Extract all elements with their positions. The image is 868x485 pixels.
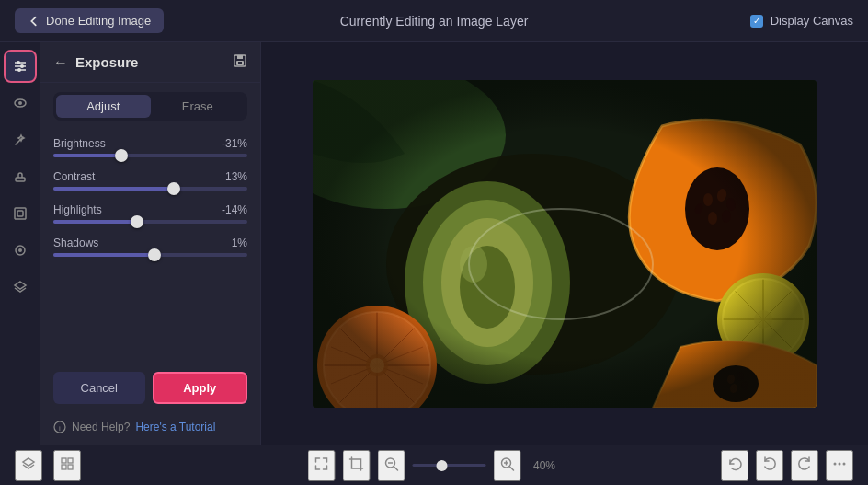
main-area: ← Exposure Adjust Erase (0, 42, 868, 445)
help-link[interactable]: Here's a Tutorial (135, 421, 215, 433)
brightness-slider-row: Brightness -31% (53, 137, 247, 157)
contrast-label: Contrast (53, 170, 95, 183)
brightness-fill (53, 154, 121, 157)
svg-text:i: i (59, 424, 61, 433)
shadows-fill (53, 253, 154, 257)
svg-line-67 (394, 467, 398, 470)
svg-rect-16 (238, 62, 242, 64)
display-canvas-label: Display Canvas (771, 14, 853, 28)
rotate-left-button[interactable] (721, 450, 748, 481)
svg-rect-62 (68, 458, 73, 463)
svg-point-74 (843, 462, 846, 465)
layers-bottom-icon (20, 456, 37, 472)
zoom-in-icon (499, 456, 516, 472)
panel-header: ← Exposure (40, 42, 260, 83)
effects-icon-btn[interactable] (4, 234, 37, 267)
contrast-fill (53, 187, 174, 191)
zoom-out-button[interactable] (378, 450, 405, 481)
zoom-slider-thumb[interactable] (437, 460, 448, 471)
adjustments-icon-btn[interactable] (4, 50, 37, 83)
undo-button[interactable] (756, 450, 783, 481)
bottom-bar: 40% (0, 445, 868, 485)
frame-icon-btn[interactable] (4, 197, 37, 230)
expand-button[interactable] (308, 450, 336, 481)
more-options-button[interactable] (826, 450, 853, 481)
save-preset-button[interactable] (233, 53, 247, 71)
contrast-thumb[interactable] (167, 182, 180, 195)
icon-sidebar (0, 42, 40, 445)
zoom-in-button[interactable] (494, 450, 521, 481)
zoom-slider[interactable] (413, 464, 486, 467)
bottom-right-icons (721, 450, 853, 481)
svg-point-5 (17, 68, 21, 72)
svg-point-73 (839, 462, 841, 465)
stamp-icon (12, 168, 29, 185)
back-button[interactable]: ← (53, 54, 68, 71)
info-icon: i (53, 421, 66, 433)
display-canvas-checkbox[interactable] (750, 15, 763, 28)
cancel-button[interactable]: Cancel (53, 372, 145, 404)
fruit-image-svg (313, 80, 817, 408)
svg-rect-61 (62, 458, 66, 463)
done-editing-button[interactable]: Done Editing Image (15, 8, 164, 33)
shadows-thumb[interactable] (148, 248, 161, 261)
bottom-center-controls: 40% (308, 450, 561, 481)
more-icon (831, 456, 848, 472)
back-arrow-icon: ← (53, 54, 68, 71)
save-icon (233, 53, 247, 68)
shadows-track[interactable] (53, 253, 247, 257)
effects-icon (12, 242, 29, 259)
apply-button[interactable]: Apply (153, 372, 248, 404)
brightness-track[interactable] (53, 154, 247, 157)
layers-icon (12, 279, 29, 295)
tab-erase[interactable]: Erase (151, 95, 246, 118)
magic-icon-btn[interactable] (4, 123, 37, 156)
svg-point-3 (20, 64, 24, 68)
highlights-label: Highlights (53, 203, 102, 216)
frame-icon (12, 205, 29, 222)
help-text: Need Help? (72, 421, 130, 433)
svg-rect-10 (17, 211, 23, 216)
highlights-slider-row: Highlights -14% (53, 203, 247, 224)
svg-point-7 (18, 101, 22, 105)
eye-icon-btn[interactable] (4, 87, 37, 120)
redo-icon (796, 456, 813, 472)
svg-rect-63 (62, 465, 66, 469)
magic-wand-icon (12, 132, 29, 148)
crop-button[interactable] (343, 450, 371, 481)
shadows-label: Shadows (53, 237, 98, 249)
crop-icon (348, 456, 365, 472)
contrast-track[interactable] (53, 187, 247, 191)
undo-icon (761, 456, 778, 472)
svg-rect-9 (15, 208, 26, 219)
svg-rect-60 (313, 80, 817, 408)
stamp-icon-btn[interactable] (4, 160, 37, 193)
grid-bottom-icon (59, 456, 75, 472)
adjust-erase-tabs: Adjust Erase (53, 92, 247, 121)
help-row: i Need Help? Here's a Tutorial (40, 413, 260, 445)
exposure-panel: ← Exposure Adjust Erase (40, 42, 261, 445)
expand-icon (314, 456, 330, 472)
zoom-out-icon (383, 456, 400, 472)
panel-buttons: Cancel Apply (40, 363, 260, 413)
display-canvas-row: Display Canvas (750, 14, 853, 28)
redo-button[interactable] (791, 450, 818, 481)
highlights-track[interactable] (53, 220, 247, 224)
rotate-left-icon (726, 456, 743, 472)
svg-rect-14 (237, 55, 243, 59)
layers-icon-btn[interactable] (4, 271, 37, 304)
contrast-slider-row: Contrast 13% (53, 170, 247, 191)
highlights-thumb[interactable] (131, 215, 143, 228)
grid-bottom-button[interactable] (53, 450, 81, 481)
bottom-left-icons (15, 450, 81, 481)
zoom-value: 40% (529, 459, 561, 472)
layers-bottom-button[interactable] (15, 450, 42, 481)
canvas-area (261, 42, 868, 445)
panel-title: Exposure (75, 54, 225, 70)
shadows-value: 1% (232, 237, 247, 249)
svg-point-1 (17, 61, 20, 64)
svg-rect-8 (16, 178, 25, 181)
brightness-thumb[interactable] (115, 149, 128, 162)
brightness-label: Brightness (53, 137, 106, 150)
tab-adjust[interactable]: Adjust (56, 95, 151, 118)
